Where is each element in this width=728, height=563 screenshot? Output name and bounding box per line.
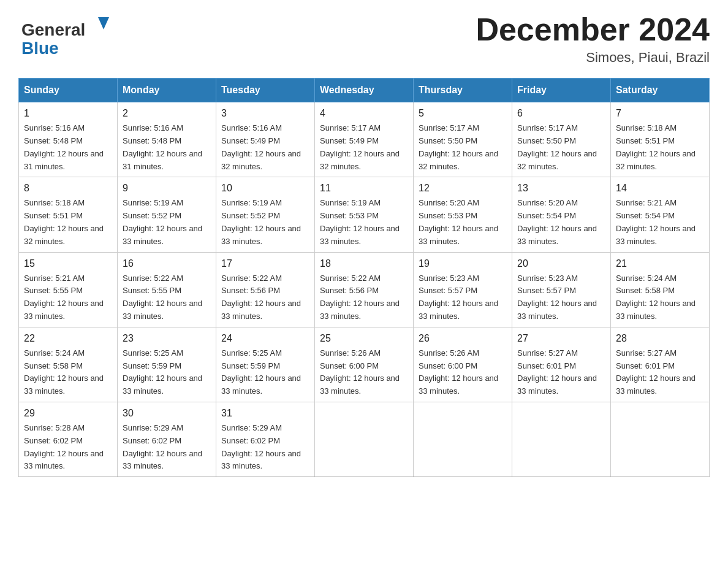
day-number: 22	[24, 331, 112, 346]
table-row: 16Sunrise: 5:22 AMSunset: 5:55 PMDayligh…	[118, 252, 216, 327]
table-row: 6Sunrise: 5:17 AMSunset: 5:50 PMDaylight…	[512, 102, 611, 177]
svg-marker-1	[98, 17, 109, 29]
day-info: Sunrise: 5:29 AMSunset: 6:02 PMDaylight:…	[123, 422, 211, 473]
month-year-title: December 2024	[476, 12, 710, 47]
header-thursday: Thursday	[414, 79, 512, 102]
day-info: Sunrise: 5:22 AMSunset: 5:55 PMDaylight:…	[123, 272, 211, 323]
table-row: 11Sunrise: 5:19 AMSunset: 5:53 PMDayligh…	[315, 177, 414, 252]
day-info: Sunrise: 5:17 AMSunset: 5:50 PMDaylight:…	[419, 122, 507, 173]
table-row: 1Sunrise: 5:16 AMSunset: 5:48 PMDaylight…	[19, 102, 118, 177]
table-row: 17Sunrise: 5:22 AMSunset: 5:56 PMDayligh…	[216, 252, 315, 327]
table-row: 10Sunrise: 5:19 AMSunset: 5:52 PMDayligh…	[216, 177, 315, 252]
day-info: Sunrise: 5:18 AMSunset: 5:51 PMDaylight:…	[616, 122, 704, 173]
day-info: Sunrise: 5:19 AMSunset: 5:53 PMDaylight:…	[320, 197, 408, 248]
table-row: 8Sunrise: 5:18 AMSunset: 5:51 PMDaylight…	[19, 177, 118, 252]
table-row: 5Sunrise: 5:17 AMSunset: 5:50 PMDaylight…	[414, 102, 512, 177]
day-info: Sunrise: 5:27 AMSunset: 6:01 PMDaylight:…	[517, 347, 605, 398]
table-row: 9Sunrise: 5:19 AMSunset: 5:52 PMDaylight…	[118, 177, 216, 252]
table-row: 31Sunrise: 5:29 AMSunset: 6:02 PMDayligh…	[216, 402, 315, 477]
day-info: Sunrise: 5:23 AMSunset: 5:57 PMDaylight:…	[419, 272, 507, 323]
day-number: 29	[24, 406, 112, 421]
day-info: Sunrise: 5:27 AMSunset: 6:01 PMDaylight:…	[616, 347, 704, 398]
day-number: 5	[419, 106, 507, 121]
table-row: 21Sunrise: 5:24 AMSunset: 5:58 PMDayligh…	[611, 252, 710, 327]
table-row: 4Sunrise: 5:17 AMSunset: 5:49 PMDaylight…	[315, 102, 414, 177]
svg-text:Blue: Blue	[21, 39, 59, 58]
table-row: 22Sunrise: 5:24 AMSunset: 5:58 PMDayligh…	[19, 327, 118, 402]
header-sunday: Sunday	[19, 79, 118, 102]
day-number: 4	[320, 106, 408, 121]
header-friday: Friday	[512, 79, 611, 102]
header-monday: Monday	[118, 79, 216, 102]
table-row	[611, 402, 710, 477]
day-number: 26	[419, 331, 507, 346]
day-number: 23	[123, 331, 211, 346]
day-info: Sunrise: 5:25 AMSunset: 5:59 PMDaylight:…	[221, 347, 309, 398]
day-number: 31	[221, 406, 309, 421]
header-wednesday: Wednesday	[315, 79, 414, 102]
day-info: Sunrise: 5:20 AMSunset: 5:53 PMDaylight:…	[419, 197, 507, 248]
table-row: 27Sunrise: 5:27 AMSunset: 6:01 PMDayligh…	[512, 327, 611, 402]
day-number: 9	[123, 181, 211, 196]
day-info: Sunrise: 5:16 AMSunset: 5:48 PMDaylight:…	[123, 122, 211, 173]
table-row: 23Sunrise: 5:25 AMSunset: 5:59 PMDayligh…	[118, 327, 216, 402]
day-info: Sunrise: 5:24 AMSunset: 5:58 PMDaylight:…	[24, 347, 112, 398]
table-row: 29Sunrise: 5:28 AMSunset: 6:02 PMDayligh…	[19, 402, 118, 477]
table-row	[414, 402, 512, 477]
day-info: Sunrise: 5:16 AMSunset: 5:49 PMDaylight:…	[221, 122, 309, 173]
weekday-header-row: Sunday Monday Tuesday Wednesday Thursday…	[19, 79, 710, 102]
day-number: 17	[221, 256, 309, 271]
table-row: 2Sunrise: 5:16 AMSunset: 5:48 PMDaylight…	[118, 102, 216, 177]
header-saturday: Saturday	[611, 79, 710, 102]
location-subtitle: Simoes, Piaui, Brazil	[476, 50, 710, 66]
day-number: 2	[123, 106, 211, 121]
day-number: 15	[24, 256, 112, 271]
day-number: 13	[517, 181, 605, 196]
day-info: Sunrise: 5:20 AMSunset: 5:54 PMDaylight:…	[517, 197, 605, 248]
day-number: 8	[24, 181, 112, 196]
day-number: 11	[320, 181, 408, 196]
calendar-week-row: 29Sunrise: 5:28 AMSunset: 6:02 PMDayligh…	[19, 402, 710, 477]
day-info: Sunrise: 5:21 AMSunset: 5:54 PMDaylight:…	[616, 197, 704, 248]
table-row: 25Sunrise: 5:26 AMSunset: 6:00 PMDayligh…	[315, 327, 414, 402]
table-row: 13Sunrise: 5:20 AMSunset: 5:54 PMDayligh…	[512, 177, 611, 252]
day-info: Sunrise: 5:21 AMSunset: 5:55 PMDaylight:…	[24, 272, 112, 323]
day-number: 16	[123, 256, 211, 271]
day-number: 14	[616, 181, 704, 196]
table-row: 20Sunrise: 5:23 AMSunset: 5:57 PMDayligh…	[512, 252, 611, 327]
day-info: Sunrise: 5:17 AMSunset: 5:50 PMDaylight:…	[517, 122, 605, 173]
table-row: 19Sunrise: 5:23 AMSunset: 5:57 PMDayligh…	[414, 252, 512, 327]
svg-text:General: General	[21, 20, 85, 39]
day-number: 3	[221, 106, 309, 121]
day-info: Sunrise: 5:23 AMSunset: 5:57 PMDaylight:…	[517, 272, 605, 323]
calendar-week-row: 1Sunrise: 5:16 AMSunset: 5:48 PMDaylight…	[19, 102, 710, 177]
day-number: 30	[123, 406, 211, 421]
day-number: 18	[320, 256, 408, 271]
calendar-week-row: 8Sunrise: 5:18 AMSunset: 5:51 PMDaylight…	[19, 177, 710, 252]
day-number: 24	[221, 331, 309, 346]
table-row: 18Sunrise: 5:22 AMSunset: 5:56 PMDayligh…	[315, 252, 414, 327]
table-row: 30Sunrise: 5:29 AMSunset: 6:02 PMDayligh…	[118, 402, 216, 477]
day-info: Sunrise: 5:22 AMSunset: 5:56 PMDaylight:…	[320, 272, 408, 323]
day-info: Sunrise: 5:19 AMSunset: 5:52 PMDaylight:…	[221, 197, 309, 248]
day-info: Sunrise: 5:26 AMSunset: 6:00 PMDaylight:…	[320, 347, 408, 398]
header-tuesday: Tuesday	[216, 79, 315, 102]
table-row	[315, 402, 414, 477]
day-number: 28	[616, 331, 704, 346]
day-number: 12	[419, 181, 507, 196]
day-number: 20	[517, 256, 605, 271]
table-row: 15Sunrise: 5:21 AMSunset: 5:55 PMDayligh…	[19, 252, 118, 327]
day-info: Sunrise: 5:28 AMSunset: 6:02 PMDaylight:…	[24, 422, 112, 473]
logo-svg: General Blue	[18, 12, 116, 58]
day-info: Sunrise: 5:16 AMSunset: 5:48 PMDaylight:…	[24, 122, 112, 173]
table-row: 3Sunrise: 5:16 AMSunset: 5:49 PMDaylight…	[216, 102, 315, 177]
day-number: 10	[221, 181, 309, 196]
calendar-week-row: 15Sunrise: 5:21 AMSunset: 5:55 PMDayligh…	[19, 252, 710, 327]
day-number: 1	[24, 106, 112, 121]
table-row	[512, 402, 611, 477]
page-header: General Blue December 2024 Simoes, Piaui…	[18, 12, 710, 66]
day-number: 6	[517, 106, 605, 121]
table-row: 26Sunrise: 5:26 AMSunset: 6:00 PMDayligh…	[414, 327, 512, 402]
day-info: Sunrise: 5:18 AMSunset: 5:51 PMDaylight:…	[24, 197, 112, 248]
day-info: Sunrise: 5:26 AMSunset: 6:00 PMDaylight:…	[419, 347, 507, 398]
